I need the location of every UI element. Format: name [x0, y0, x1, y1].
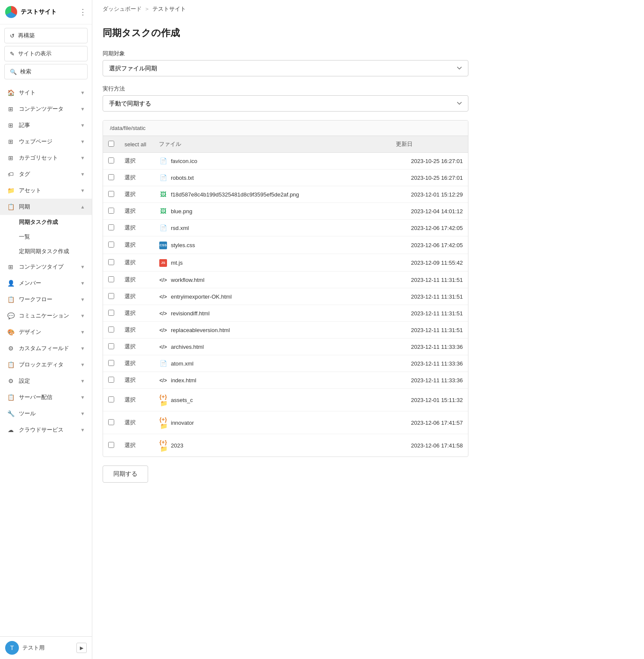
row-checkbox[interactable] — [108, 396, 114, 402]
row-checkbox[interactable] — [108, 343, 114, 349]
row-select-link[interactable]: 選択 — [125, 326, 136, 333]
sidebar-item-sync-list[interactable]: 一覧 — [0, 230, 92, 244]
breadcrumb-dashboard[interactable]: ダッシュボード — [103, 5, 142, 13]
sidebar-item-tags-label: タグ — [19, 170, 30, 178]
categoryset-icon: ⊞ — [7, 154, 15, 161]
sidebar-item-block-editor[interactable]: 📋 ブロックエディタ ▼ — [0, 357, 92, 373]
sidebar-item-site[interactable]: 🏠 サイト ▼ — [0, 85, 92, 101]
row-checkbox-cell — [103, 236, 119, 254]
row-select-link[interactable]: 選択 — [125, 276, 136, 283]
sidebar-item-members[interactable]: 👤 メンバー ▼ — [0, 275, 92, 291]
row-file-cell: </> workflow.html — [154, 272, 391, 288]
row-checkbox[interactable] — [108, 360, 114, 366]
exec-method-select[interactable]: 手動で同期する — [103, 95, 468, 112]
sidebar-item-design[interactable]: 🎨 デザイン ▼ — [0, 324, 92, 340]
sidebar-item-articles-label: 記事 — [19, 121, 30, 129]
sidebar-item-categoryset[interactable]: ⊞ カテゴリセット ▼ — [0, 150, 92, 166]
rebuild-button[interactable]: ↺ 再構築 — [4, 28, 88, 43]
sidebar-item-settings[interactable]: ⚙ 設定 ▼ — [0, 373, 92, 389]
sidebar-item-communication[interactable]: 💬 コミュニケーション ▼ — [0, 308, 92, 324]
sidebar-item-assets[interactable]: 📁 アセット ▼ — [0, 182, 92, 199]
row-select-link[interactable]: 選択 — [125, 396, 136, 403]
row-date-cell: 2023-12-06 17:42:05 — [391, 236, 468, 254]
sidebar-item-content-types[interactable]: ⊞ コンテンツタイプ ▼ — [0, 259, 92, 275]
view-site-button[interactable]: ✎ サイトの表示 — [4, 46, 88, 61]
design-icon: 🎨 — [7, 329, 15, 336]
sync-button[interactable]: 同期する — [103, 466, 148, 483]
articles-icon: ⊞ — [7, 122, 15, 129]
sync-target-select[interactable]: 選択ファイル同期 — [103, 60, 468, 76]
row-checkbox[interactable] — [108, 293, 114, 299]
sidebar-item-server-delivery[interactable]: 📋 サーバー配信 ▼ — [0, 389, 92, 405]
sidebar-nav: 🏠 サイト ▼ ⊞ コンテンツデータ ▼ ⊞ 記事 ▼ ⊞ ウェブページ — [0, 83, 92, 636]
row-checkbox[interactable] — [108, 276, 114, 282]
row-file-cell: 📄 robots.txt — [154, 169, 391, 186]
file-name: 2023 — [171, 442, 183, 449]
row-date-cell: 2023-12-01 15:11:32 — [391, 389, 468, 411]
row-checkbox[interactable] — [108, 442, 114, 448]
row-checkbox[interactable] — [108, 224, 114, 230]
row-select-link[interactable]: 選択 — [125, 442, 136, 448]
row-select-cell: 選択 — [119, 372, 154, 389]
row-select-link[interactable]: 選択 — [125, 293, 136, 299]
row-checkbox[interactable] — [108, 419, 114, 425]
sidebar-item-custom-fields[interactable]: ⚙ カスタムフィールド ▼ — [0, 340, 92, 357]
row-select-link[interactable]: 選択 — [125, 259, 136, 266]
row-checkbox[interactable] — [108, 242, 114, 248]
search-button[interactable]: 🔍 検索 — [4, 64, 88, 79]
row-select-link[interactable]: 選択 — [125, 343, 136, 350]
sidebar-item-sync-task-create[interactable]: 同期タスク作成 — [0, 215, 92, 230]
row-checkbox[interactable] — [108, 377, 114, 383]
row-checkbox[interactable] — [108, 310, 114, 316]
row-select-cell: 選択 — [119, 434, 154, 457]
search-icon: 🔍 — [10, 69, 17, 75]
row-checkbox[interactable] — [108, 157, 114, 163]
row-file-cell: 📄 rsd.xml — [154, 220, 391, 236]
row-select-link[interactable]: 選択 — [125, 174, 136, 181]
file-name: entryimexporter-OK.html — [171, 293, 232, 300]
sidebar-item-cloud-services[interactable]: ☁ クラウドサービス ▼ — [0, 422, 92, 438]
row-checkbox[interactable] — [108, 191, 114, 197]
select-all-checkbox[interactable] — [108, 141, 114, 147]
sidebar-menu-icon[interactable]: ⋮ — [79, 7, 87, 17]
file-path: /data/file/static — [103, 121, 468, 136]
row-select-link[interactable]: 選択 — [125, 360, 136, 366]
row-select-link[interactable]: 選択 — [125, 242, 136, 248]
row-checkbox-cell — [103, 254, 119, 272]
file-type-icon: 📄 — [159, 360, 167, 367]
sidebar-item-scheduled-sync[interactable]: 定期同期タスク作成 — [0, 244, 92, 259]
sidebar-item-webpages[interactable]: ⊞ ウェブページ ▼ — [0, 133, 92, 150]
row-select-link[interactable]: 選択 — [125, 191, 136, 197]
table-row: 選択 {+}📁 2023 2023-12-06 17:41:58 — [103, 434, 468, 457]
row-select-cell: 選択 — [119, 220, 154, 236]
row-date-cell: 2023-12-06 17:41:57 — [391, 411, 468, 434]
row-checkbox[interactable] — [108, 208, 114, 214]
sidebar-item-content-data[interactable]: ⊞ コンテンツデータ ▼ — [0, 101, 92, 117]
row-checkbox-cell — [103, 355, 119, 372]
sidebar-item-workflow[interactable]: 📋 ワークフロー ▼ — [0, 291, 92, 308]
sync-subnav: 同期タスク作成 一覧 定期同期タスク作成 — [0, 215, 92, 259]
row-select-link[interactable]: 選択 — [125, 157, 136, 164]
row-select-link[interactable]: 選択 — [125, 224, 136, 231]
table-row: 選択 </> replaceableversion.html 2023-12-1… — [103, 322, 468, 339]
file-type-icon: {+}📁 — [159, 416, 167, 429]
chevron-up-icon: ▲ — [80, 204, 85, 209]
sidebar-item-site-label: サイト — [19, 89, 36, 97]
row-checkbox[interactable] — [108, 326, 114, 333]
row-select-link[interactable]: 選択 — [125, 310, 136, 316]
sidebar-item-tags[interactable]: 🏷 タグ ▼ — [0, 166, 92, 182]
row-select-link[interactable]: 選択 — [125, 419, 136, 426]
play-button[interactable]: ▶ — [76, 643, 87, 653]
row-date-cell: 2023-12-11 11:33:36 — [391, 355, 468, 372]
row-select-cell: 選択 — [119, 389, 154, 411]
sidebar-item-articles[interactable]: ⊞ 記事 ▼ — [0, 117, 92, 133]
chevron-down-icon: ▼ — [80, 106, 85, 112]
sidebar-item-block-editor-label: ブロックエディタ — [19, 361, 64, 369]
row-checkbox[interactable] — [108, 174, 114, 180]
sidebar-item-sync[interactable]: 📋 同期 ▲ — [0, 199, 92, 215]
sidebar-item-tools[interactable]: 🔧 ツール ▼ — [0, 405, 92, 422]
row-select-link[interactable]: 選択 — [125, 208, 136, 214]
row-select-link[interactable]: 選択 — [125, 377, 136, 383]
row-checkbox[interactable] — [108, 259, 114, 265]
sidebar-item-custom-fields-label: カスタムフィールド — [19, 345, 69, 352]
